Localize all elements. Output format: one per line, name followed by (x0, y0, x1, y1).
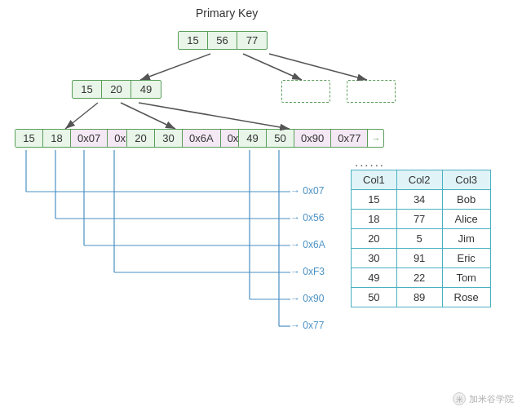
root-node: 15 56 77 (178, 31, 268, 50)
table-cell-0-1: 34 (396, 190, 442, 210)
leaf0-k2: 18 (43, 130, 71, 147)
table-row: 205Jim (352, 229, 491, 249)
table-row: 5089Rose (352, 288, 491, 307)
watermark: 米 加米谷学院 (453, 392, 514, 405)
table-row: 1877Alice (352, 210, 491, 229)
leaf1-k2: 30 (155, 130, 183, 147)
svg-line-0 (140, 54, 210, 80)
dashed-node-2 (347, 80, 396, 103)
leaf2-v2: 0x77 (331, 130, 368, 147)
diagram: Primary Key 15 56 77 15 20 49 15 18 0x07… (0, 0, 522, 420)
ptr-0: → 0x07 (290, 185, 324, 197)
svg-line-4 (121, 103, 175, 129)
l2-cell-1: 20 (102, 81, 131, 98)
leaf-node-2: 49 50 0x90 0x77 → (238, 129, 384, 148)
table-cell-1-0: 18 (352, 210, 397, 229)
data-table: Col1 Col2 Col3 1534Bob1877Alice205Jim309… (351, 170, 491, 307)
table-row: 4922Tom (352, 268, 491, 288)
leaf2-arrow: → (368, 130, 383, 147)
root-cell-2: 77 (237, 32, 267, 49)
table-cell-4-2: Tom (442, 268, 490, 288)
table-row: 1534Bob (352, 190, 491, 210)
svg-line-2 (269, 54, 367, 80)
l2-cell-2: 49 (131, 81, 161, 98)
table-cell-1-2: Alice (442, 210, 490, 229)
table-cell-3-2: Eric (442, 249, 490, 268)
table-cell-5-1: 89 (396, 288, 442, 307)
leaf0-k1: 15 (15, 130, 43, 147)
table-cell-3-0: 30 (352, 249, 397, 268)
leaf1-k1: 20 (127, 130, 155, 147)
leaf0-v1: 0x07 (71, 130, 108, 147)
root-cell-1: 56 (208, 32, 237, 49)
root-cell-0: 15 (179, 32, 208, 49)
table-cell-3-1: 91 (396, 249, 442, 268)
table-cell-4-1: 22 (396, 268, 442, 288)
ptr-4: → 0x90 (290, 293, 324, 304)
col-header-1: Col2 (396, 170, 442, 190)
table-cell-0-2: Bob (442, 190, 490, 210)
leaf2-k1: 49 (239, 130, 267, 147)
table-cell-1-1: 77 (396, 210, 442, 229)
leaf-dots: ...... (355, 155, 385, 169)
ptr-1: → 0x56 (290, 212, 324, 223)
l2-cell-0: 15 (73, 81, 102, 98)
table-cell-2-0: 20 (352, 229, 397, 249)
table-row: 3091Eric (352, 249, 491, 268)
leaf2-v1: 0x90 (294, 130, 331, 147)
svg-line-3 (65, 103, 98, 129)
table-cell-2-1: 5 (396, 229, 442, 249)
leaf1-v1: 0x6A (183, 130, 221, 147)
table-cell-5-0: 50 (352, 288, 397, 307)
ptr-2: → 0x6A (290, 239, 325, 250)
primary-key-label: Primary Key (196, 7, 258, 20)
table-cell-4-0: 49 (352, 268, 397, 288)
svg-line-1 (243, 54, 302, 80)
table-cell-2-2: Jim (442, 229, 490, 249)
table-cell-5-2: Rose (442, 288, 490, 307)
ptr-3: → 0xF3 (290, 266, 325, 277)
col-header-2: Col3 (442, 170, 490, 190)
svg-line-5 (139, 103, 290, 129)
col-header-0: Col1 (352, 170, 397, 190)
leaf2-k2: 50 (267, 130, 294, 147)
table-cell-0-0: 15 (352, 190, 397, 210)
level2-node: 15 20 49 (72, 80, 161, 99)
ptr-5: → 0x77 (290, 320, 324, 331)
dashed-node-1 (281, 80, 330, 103)
